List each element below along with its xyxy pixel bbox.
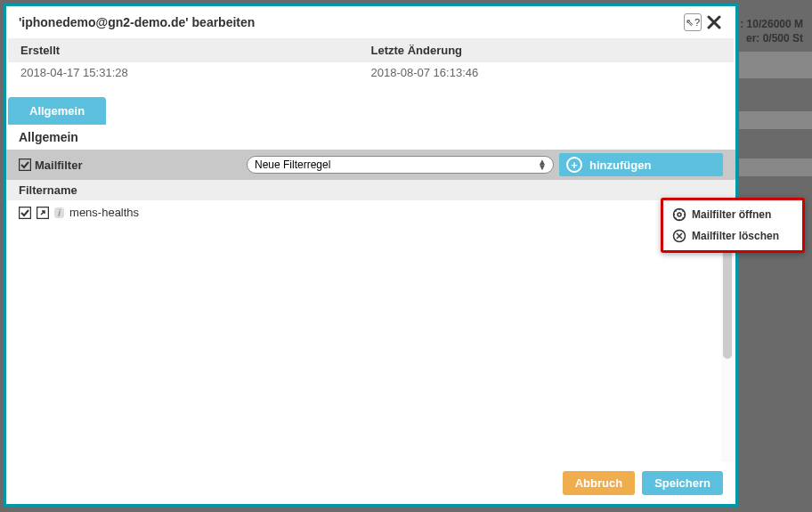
- link-icon: [37, 207, 49, 219]
- modified-value: 2018-08-07 16:13:46: [371, 66, 722, 79]
- list-item[interactable]: i mens-healths: [6, 200, 735, 224]
- dialog-header: 'iphonedemo@gn2-demo.de' bearbeiten ⇖?: [6, 6, 735, 38]
- tab-bar: Allgemein: [6, 86, 735, 125]
- save-button[interactable]: Speichern: [642, 471, 723, 495]
- filter-toolbar: Mailfilter Neue Filterregel ▲▼ + hinzufü…: [6, 150, 735, 180]
- filter-rule-select[interactable]: Neue Filterregel: [247, 156, 554, 174]
- mailfilter-label-text: Mailfilter: [35, 158, 82, 172]
- add-filter-label: hinzufügen: [589, 158, 651, 172]
- dialog-footer: Abbruch Speichern: [6, 462, 735, 504]
- bg-stripe: [739, 158, 812, 176]
- context-menu: Mailfilter öffnen Mailfilter löschen: [661, 198, 805, 253]
- checkbox-checked-icon: [19, 207, 31, 219]
- created-value: 2018-04-17 15:31:28: [20, 66, 371, 79]
- filter-name: mens-healths: [69, 206, 139, 219]
- bg-stripe: [739, 52, 812, 78]
- context-open-label: Mailfilter öffnen: [692, 208, 771, 221]
- svg-rect-0: [20, 159, 31, 171]
- svg-point-4: [678, 213, 681, 216]
- close-icon: [707, 15, 721, 29]
- filtername-column-header: Filtername: [6, 180, 735, 200]
- mailfilter-label: Mailfilter: [19, 158, 241, 172]
- modified-label: Letzte Änderung: [371, 44, 722, 57]
- dialog-title: 'iphonedemo@gn2-demo.de' bearbeiten: [19, 15, 255, 29]
- help-label: ?: [694, 17, 700, 28]
- context-open-filter[interactable]: Mailfilter öffnen: [663, 204, 802, 225]
- plus-icon: +: [566, 157, 582, 173]
- meta-values: 2018-04-17 15:31:28 2018-08-07 16:13:46: [8, 62, 734, 86]
- info-icon: i: [54, 207, 64, 218]
- help-button[interactable]: ⇖?: [684, 13, 702, 31]
- filter-list: i mens-healths: [6, 200, 735, 462]
- gear-icon: [672, 207, 686, 222]
- section-title: Allgemein: [6, 125, 735, 150]
- context-delete-filter[interactable]: Mailfilter löschen: [663, 225, 802, 247]
- add-filter-button[interactable]: + hinzufügen: [559, 153, 723, 176]
- bg-quota-2: er: 0/500 St: [746, 32, 803, 45]
- meta-row: Erstellt Letzte Änderung: [8, 38, 734, 62]
- bg-quota-1: : 10/26000 M: [740, 18, 803, 30]
- edit-dialog: 'iphonedemo@gn2-demo.de' bearbeiten ⇖? E…: [4, 4, 738, 507]
- tab-general[interactable]: Allgemein: [8, 97, 106, 125]
- cancel-button[interactable]: Abbruch: [563, 471, 635, 495]
- checkbox-icon: [19, 158, 31, 171]
- close-button[interactable]: [705, 13, 723, 31]
- created-label: Erstellt: [20, 44, 371, 57]
- bg-stripe: [739, 111, 812, 129]
- context-delete-label: Mailfilter löschen: [692, 230, 779, 242]
- cursor-icon: ⇖: [686, 17, 694, 28]
- delete-icon: [672, 229, 686, 243]
- svg-rect-1: [20, 207, 31, 218]
